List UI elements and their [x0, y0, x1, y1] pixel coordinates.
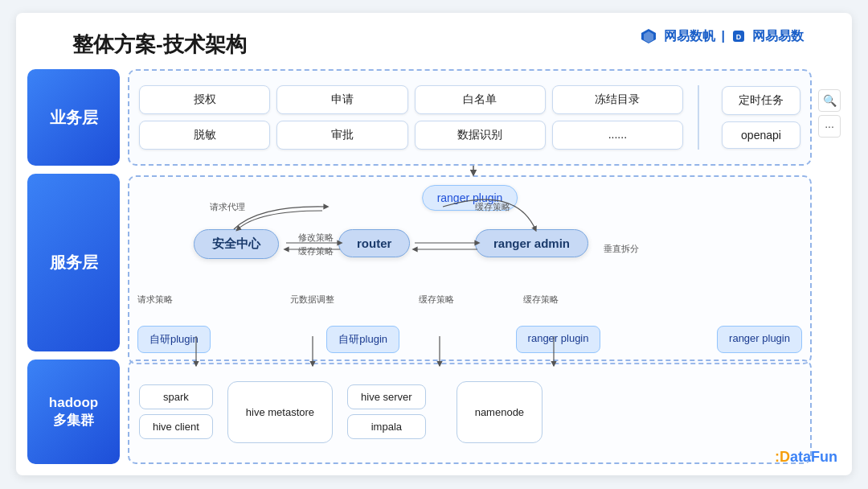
logo-area: 网易数帆 | D 网易易数: [640, 27, 804, 45]
label-vertical-split: 垂直拆分: [604, 243, 639, 255]
label-modify-policy: 修改策略: [298, 232, 334, 244]
hive-server-group: hive server impala: [347, 384, 426, 439]
spark-group: spark hive client: [139, 384, 213, 439]
namenode-box: namenode: [457, 381, 542, 443]
business-panel: 授权 申请 白名单 冻结目录 脱敏 审批 数据识别 ...... 定时任务 op…: [128, 69, 812, 166]
label-cache-policy3: 缓存策略: [419, 294, 454, 306]
security-center: 安全中心: [194, 229, 279, 259]
biz-desensitize: 脱敏: [139, 121, 270, 150]
biz-identify: 数据识别: [415, 121, 546, 150]
business-left-grid: 授权 申请 白名单 冻结目录 脱敏 审批 数据识别 ......: [139, 85, 683, 150]
layer-service: 服务层: [27, 174, 120, 351]
hive-client-box: hive client: [139, 414, 213, 439]
plugin4: ranger plugin: [717, 326, 802, 353]
datafun-logo: :DataFun: [775, 449, 837, 466]
biz-freeze: 冻结目录: [552, 85, 683, 114]
ranger-admin: ranger admin: [475, 229, 588, 257]
business-right: 定时任务 openapi: [722, 86, 800, 149]
hive-server-box: hive server: [347, 384, 426, 409]
biz-authorize: 授权: [139, 85, 270, 114]
biz-more: ......: [552, 121, 683, 150]
content-area: 授权 申请 白名单 冻结目录 脱敏 审批 数据识别 ...... 定时任务 op…: [128, 69, 812, 464]
plugin-row: 自研plugin 自研plugin ranger plugin ranger p…: [137, 326, 802, 353]
service-panel: ranger plugin 安全中心 router ranger admin 请…: [128, 175, 812, 364]
biz-schedule: 定时任务: [722, 86, 800, 115]
layers-column: 业务层 服务层 hadoop多集群: [27, 69, 120, 464]
router: router: [338, 229, 410, 257]
divider: [698, 85, 699, 150]
page-title: 整体方案-技术架构: [72, 31, 247, 59]
hive-metastore-box: hive metastore: [227, 381, 333, 443]
sidebar-controls: 🔍 ···: [818, 89, 841, 138]
label-cache-policy2: 缓存策略: [475, 201, 510, 213]
logo-icon: [640, 27, 657, 45]
plugin2: 自研plugin: [326, 326, 399, 353]
biz-whitelist: 白名单: [415, 85, 546, 114]
layer-business: 业务层: [27, 69, 120, 166]
layer-hadoop: hadoop多集群: [27, 360, 120, 464]
main-content: 业务层 服务层 hadoop多集群 授权 申请 白名单 冻结目录 脱敏 审批 数…: [27, 69, 812, 464]
logo-icon2: D: [731, 29, 746, 43]
spark-box: spark: [139, 384, 213, 409]
more-button[interactable]: ···: [818, 115, 841, 138]
label-meta-adjust: 元数据调整: [290, 294, 334, 306]
hadoop-panel: spark hive client hive metastore hive se…: [128, 360, 812, 464]
label-request-policy: 请求策略: [137, 294, 173, 306]
logo-text2: 网易易数: [752, 28, 804, 45]
label-cache-policy1: 缓存策略: [298, 245, 334, 257]
slide-container: 整体方案-技术架构 网易数帆 | D 网易易数 🔍 ··· 业务层 服务层 ha…: [16, 13, 852, 475]
zoom-button[interactable]: 🔍: [818, 89, 841, 112]
biz-openapi: openapi: [722, 121, 800, 149]
label-request-proxy: 请求代理: [210, 201, 245, 213]
label-cache-policy4: 缓存策略: [523, 294, 559, 306]
plugin1: 自研plugin: [137, 326, 211, 353]
svg-text:D: D: [736, 33, 742, 41]
logo-text1: 网易数帆: [664, 28, 715, 45]
biz-apply: 申请: [276, 85, 407, 114]
plugin3: ranger plugin: [516, 326, 601, 353]
biz-approve: 审批: [276, 121, 407, 150]
impala-box: impala: [347, 414, 426, 439]
